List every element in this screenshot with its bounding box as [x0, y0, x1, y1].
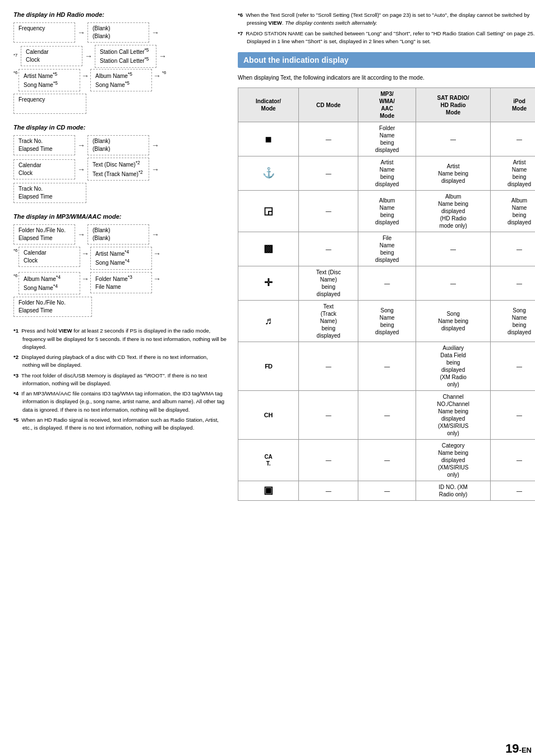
cd-cat: —: [299, 440, 358, 481]
auxiliary-icon: FD: [238, 342, 299, 391]
cd-title: The display in CD mode:: [13, 124, 227, 131]
hd-radio-title: The display in HD Radio mode:: [13, 11, 227, 18]
cd-song: Text(TrackName)beingdisplayed: [299, 301, 358, 342]
col-header-cd: CD Mode: [299, 88, 358, 122]
mp3-song: SongNamebeingdisplayed: [358, 301, 416, 342]
ipod-ch: —: [491, 391, 535, 440]
mp3-arrow-1: →: [77, 230, 85, 239]
note-5: *5 When an HD Radio signal is received, …: [13, 416, 227, 432]
cd-row-3: Track No. Elapsed Time: [13, 183, 227, 203]
file-icon: ▩: [238, 232, 299, 266]
left-column: The display in HD Radio mode: Frequency …: [13, 11, 227, 501]
section-header: About the indication display: [238, 52, 535, 68]
cd-id: —: [299, 481, 358, 501]
hd-box-2b: Station Call Letter*5 Station Call Lette…: [95, 45, 156, 68]
cd-arrow-2: →: [151, 141, 159, 150]
note-1: *1 Press and hold VIEW for at least 2 se…: [13, 327, 227, 351]
table-row: ■ — FolderNamebeingdisplayed — —: [238, 122, 536, 156]
note-7: *7 RADIO STATION NAME can be switched be…: [238, 30, 535, 46]
cd-section: The display in CD mode: Track No. Elapse…: [13, 124, 227, 203]
hd-radio-section: The display in HD Radio mode: Frequency …: [13, 11, 227, 114]
sat-disc: —: [416, 266, 491, 301]
cd-file: —: [299, 232, 358, 266]
sat-cat: CategoryName beingdisplayed(XM/SIRIUSonl…: [416, 440, 491, 481]
cd-box-1a: Track No. Elapsed Time: [13, 135, 75, 155]
mp3-box-4: Folder No./File No. Elapsed Time: [13, 297, 92, 317]
col-header-sat: SAT RADIO/HD RadioMode: [416, 88, 491, 122]
ipod-artist: ArtistNamebeingdisplayed: [491, 156, 535, 191]
song-icon: ♬: [238, 301, 299, 342]
cd-box-2a: Calendar Clock: [13, 159, 75, 179]
note-4: *4 If an MP3/WMA/AAC file contains ID3 t…: [13, 390, 227, 414]
mp3-box-1a: Folder No./File No. Elapsed Time: [13, 224, 75, 245]
hd-row-3: *6 Artist Name*5 Song Name*5 → Album Nam…: [13, 69, 227, 92]
cd-disc: Text (DiscName)beingdisplayed: [299, 266, 358, 301]
ipod-aux: —: [491, 342, 535, 391]
hd-box-2a: Calendar Clock: [21, 46, 82, 66]
mp3-id: —: [358, 481, 416, 501]
col-header-ipod: iPodMode: [491, 88, 535, 122]
mp3-artist: ArtistNamebeingdisplayed: [358, 156, 416, 191]
cd-album: —: [299, 191, 358, 232]
intro-text: When displaying Text, the following indi…: [238, 73, 535, 82]
hd-row-4: Frequency: [13, 94, 227, 114]
ipod-cat: —: [491, 440, 535, 481]
cd-box-3: Track No. Elapsed Time: [13, 183, 86, 203]
mp3-row-1: Folder No./File No. Elapsed Time → (Blan…: [13, 224, 227, 245]
cd-arrow-1: →: [77, 141, 85, 150]
ipod-file: —: [491, 232, 535, 266]
indication-table: Indicator/Mode CD Mode MP3/WMA/AACMode S…: [238, 87, 535, 501]
mp3-disc: —: [358, 266, 416, 301]
cd-arrow-3: →: [77, 165, 85, 174]
mp3-box-3b: Folder Name*3 File Name: [90, 272, 152, 293]
mp3-arrow-6: →: [153, 272, 161, 283]
folder-icon: ■: [238, 122, 299, 156]
mp3-cat: —: [358, 440, 416, 481]
hd-row-2: *7 Calendar Clock → Station Call Letter*…: [13, 45, 227, 68]
table-row: CH — — ChannelNO./ChannelName beingdispl…: [238, 391, 536, 440]
top-notes: *6 When the Text Scroll (refer to "Scrol…: [238, 11, 535, 45]
table-row: CAT. — — CategoryName beingdisplayed(XM/…: [238, 440, 536, 481]
cd-arrow-4: →: [151, 165, 159, 174]
arrow-1: →: [77, 28, 85, 37]
sat-id: ID NO. (XMRadio only): [416, 481, 491, 501]
sat-song: SongName beingdisplayed: [416, 301, 491, 342]
hd-box-1b: (Blank) (Blank): [87, 22, 149, 43]
page-number: 19-EN: [505, 741, 532, 756]
mp3-box-2a: Calendar Clock: [19, 247, 80, 267]
disc-icon: ✛: [238, 266, 299, 301]
mp3-ch: —: [358, 391, 416, 440]
cd-aux: —: [299, 342, 358, 391]
channel-icon: CH: [238, 391, 299, 440]
sat-ch: ChannelNO./ChannelName beingdisplayed(XM…: [416, 391, 491, 440]
mp3-box-2b: Artist Name*4 Song Name*4: [90, 247, 152, 270]
mp3-arrow-3: →: [81, 247, 89, 258]
note-2: *2 Displayed during playback of a disc w…: [13, 353, 227, 370]
mp3-file: FileNamebeingdisplayed: [358, 232, 416, 266]
album-icon: ◲: [238, 191, 299, 232]
sat-folder: —: [416, 122, 491, 156]
mp3-row-2: *6 Calendar Clock → Artist Name*4 Song N…: [13, 247, 227, 270]
hd-box-3a: Artist Name*5 Song Name*5: [19, 69, 80, 92]
mp3-title: The display in MP3/WMA/AAC mode:: [13, 213, 227, 220]
table-row: ▩ — FileNamebeingdisplayed — —: [238, 232, 536, 266]
table-row: ◲ — AlbumNamebeingdisplayed AlbumName be…: [238, 191, 536, 232]
superscript-6a: *6: [13, 69, 17, 77]
mp3-arrow-2: →: [151, 230, 159, 239]
ipod-song: SongNamebeingdisplayed: [491, 301, 535, 342]
superscript-7: *7: [13, 53, 17, 60]
ipod-id: —: [491, 481, 535, 501]
cd-ch: —: [299, 391, 358, 440]
superscript-6b: *6: [162, 69, 166, 77]
mp3-folder: FolderNamebeingdisplayed: [358, 122, 416, 156]
table-header-row: Indicator/Mode CD Mode MP3/WMA/AACMode S…: [238, 88, 536, 122]
cd-box-2b: Text (Disc Name)*2 Text (Track Name)*2: [87, 158, 149, 181]
arrow-3: →: [85, 52, 93, 61]
mp3-row-3: *6 Album Name*4 Song Name*4 → Folder Nam…: [13, 272, 227, 295]
mp3-box-1b: (Blank) (Blank): [87, 224, 149, 245]
mp3-section: The display in MP3/WMA/AAC mode: Folder …: [13, 213, 227, 317]
table-row: ♬ Text(TrackName)beingdisplayed SongName…: [238, 301, 536, 342]
cd-artist: —: [299, 156, 358, 191]
sat-artist: ArtistName beingdisplayed: [416, 156, 491, 191]
notes-section: *1 Press and hold VIEW for at least 2 se…: [13, 327, 227, 432]
